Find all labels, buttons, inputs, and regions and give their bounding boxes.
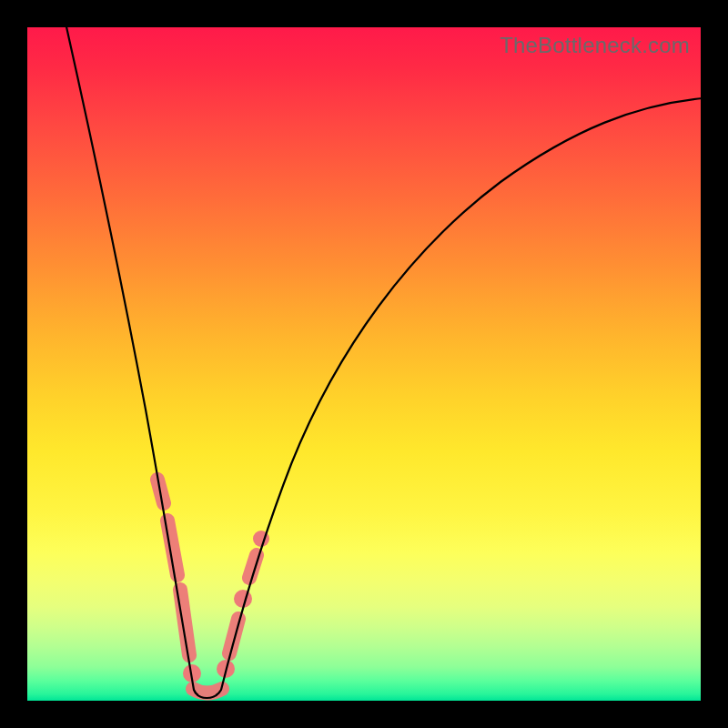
highlight-group	[157, 480, 269, 693]
chart-overlay	[27, 27, 701, 701]
plot-area: TheBottleneck.com	[27, 27, 701, 701]
bottom-highlight	[193, 689, 222, 693]
bottleneck-curve	[66, 23, 703, 698]
right-highlight-lower	[229, 619, 238, 653]
chart-frame: TheBottleneck.com	[0, 0, 728, 728]
